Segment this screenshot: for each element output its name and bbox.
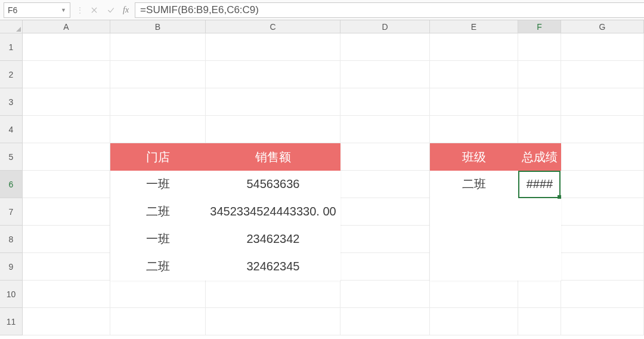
table-row[interactable] bbox=[430, 198, 561, 226]
row-header[interactable]: 6 bbox=[0, 171, 23, 198]
cell[interactable] bbox=[23, 61, 110, 88]
table-row[interactable]: 一班54563636 bbox=[110, 171, 340, 198]
cell[interactable] bbox=[561, 33, 644, 61]
cell[interactable] bbox=[430, 281, 518, 308]
table-row[interactable] bbox=[430, 253, 561, 281]
cell[interactable] bbox=[23, 88, 110, 116]
cell[interactable] bbox=[430, 33, 518, 61]
col-header-e[interactable]: E bbox=[430, 20, 518, 33]
col-header-d[interactable]: D bbox=[340, 20, 430, 33]
row-header[interactable]: 2 bbox=[0, 61, 23, 88]
cell[interactable] bbox=[340, 88, 430, 116]
name-box[interactable]: F6 ▼ bbox=[4, 2, 70, 18]
cell[interactable] bbox=[23, 171, 110, 198]
cell[interactable] bbox=[340, 33, 430, 61]
cell[interactable] bbox=[206, 308, 340, 335]
cell[interactable] bbox=[206, 33, 340, 61]
cell[interactable] bbox=[561, 253, 644, 281]
row-header[interactable]: 3 bbox=[0, 88, 23, 116]
cell[interactable] bbox=[561, 308, 644, 335]
table-row[interactable]: 二班32462345 bbox=[110, 253, 340, 281]
col-header-c[interactable]: C bbox=[206, 20, 340, 33]
cell[interactable] bbox=[518, 116, 561, 143]
cell[interactable] bbox=[23, 281, 110, 308]
name-box-value: F6 bbox=[8, 5, 17, 15]
cell[interactable] bbox=[518, 88, 561, 116]
cell[interactable] bbox=[206, 61, 340, 88]
row-header[interactable]: 11 bbox=[0, 308, 23, 335]
row-header[interactable]: 8 bbox=[0, 226, 23, 253]
formula-input[interactable]: =SUMIF(B6:B9,E6,C6:C9) bbox=[135, 2, 644, 18]
cell[interactable] bbox=[206, 88, 340, 116]
table-row[interactable]: 二班3452334524443330. 00 bbox=[110, 198, 340, 226]
cell[interactable] bbox=[430, 88, 518, 116]
cell[interactable] bbox=[518, 308, 561, 335]
cell[interactable] bbox=[430, 116, 518, 143]
cell[interactable] bbox=[23, 308, 110, 335]
cell[interactable] bbox=[340, 198, 430, 226]
cell[interactable] bbox=[110, 281, 206, 308]
row-header[interactable]: 4 bbox=[0, 116, 23, 143]
formula-bar: F6 ▼ ⋮ fx =SUMIF(B6:B9,E6,C6:C9) bbox=[0, 0, 644, 20]
cell[interactable] bbox=[430, 61, 518, 88]
row-header[interactable]: 10 bbox=[0, 281, 23, 308]
cancel-button[interactable] bbox=[86, 3, 103, 17]
table-row[interactable]: 二班#### bbox=[430, 171, 561, 198]
cell[interactable] bbox=[340, 61, 430, 88]
col-header-f[interactable]: F bbox=[518, 20, 561, 33]
cell[interactable] bbox=[518, 61, 561, 88]
column-headers: A B C D E F G bbox=[0, 20, 644, 33]
separator-icon: ⋮ bbox=[76, 6, 83, 14]
cell[interactable] bbox=[518, 33, 561, 61]
cell[interactable] bbox=[206, 281, 340, 308]
row-header[interactable]: 1 bbox=[0, 33, 23, 61]
cell[interactable] bbox=[110, 33, 206, 61]
select-all-corner[interactable] bbox=[0, 20, 23, 33]
cell[interactable] bbox=[110, 61, 206, 88]
row-header[interactable]: 7 bbox=[0, 198, 23, 226]
cell[interactable] bbox=[518, 281, 561, 308]
col-header-b[interactable]: B bbox=[110, 20, 206, 33]
cell[interactable] bbox=[561, 171, 644, 198]
chevron-down-icon[interactable]: ▼ bbox=[61, 7, 66, 13]
cell[interactable] bbox=[561, 143, 644, 171]
cell[interactable] bbox=[340, 226, 430, 253]
cell[interactable] bbox=[430, 308, 518, 335]
cell[interactable] bbox=[340, 116, 430, 143]
cell[interactable] bbox=[340, 143, 430, 171]
cell[interactable] bbox=[23, 253, 110, 281]
cell[interactable] bbox=[23, 143, 110, 171]
cell[interactable] bbox=[561, 226, 644, 253]
cell[interactable] bbox=[110, 116, 206, 143]
cell[interactable] bbox=[340, 281, 430, 308]
row-header[interactable]: 5 bbox=[0, 143, 23, 171]
cell[interactable] bbox=[23, 226, 110, 253]
spreadsheet-grid[interactable]: A B C D E F G 1234567891011 门店 销售额 一班545… bbox=[0, 20, 644, 339]
row-header[interactable]: 9 bbox=[0, 253, 23, 281]
table2-cell-total bbox=[518, 226, 561, 253]
confirm-button[interactable] bbox=[103, 3, 119, 17]
cell[interactable] bbox=[561, 281, 644, 308]
table-row[interactable]: 一班23462342 bbox=[110, 226, 340, 253]
table-row[interactable] bbox=[430, 226, 561, 253]
table2-cell-class bbox=[430, 253, 518, 281]
cell[interactable] bbox=[110, 308, 206, 335]
cell[interactable] bbox=[561, 198, 644, 226]
grid-row: 10 bbox=[0, 281, 644, 308]
cell[interactable] bbox=[561, 116, 644, 143]
fx-label[interactable]: fx bbox=[119, 5, 132, 15]
table2-cell-class bbox=[430, 198, 518, 226]
cell[interactable] bbox=[23, 116, 110, 143]
cell[interactable] bbox=[206, 116, 340, 143]
cell[interactable] bbox=[340, 308, 430, 335]
col-header-g[interactable]: G bbox=[561, 20, 644, 33]
col-header-a[interactable]: A bbox=[23, 20, 110, 33]
cell[interactable] bbox=[561, 88, 644, 116]
table2-cell-class: 二班 bbox=[430, 171, 518, 198]
cell[interactable] bbox=[340, 171, 430, 198]
cell[interactable] bbox=[561, 61, 644, 88]
cell[interactable] bbox=[23, 33, 110, 61]
cell[interactable] bbox=[23, 198, 110, 226]
cell[interactable] bbox=[340, 253, 430, 281]
cell[interactable] bbox=[110, 88, 206, 116]
